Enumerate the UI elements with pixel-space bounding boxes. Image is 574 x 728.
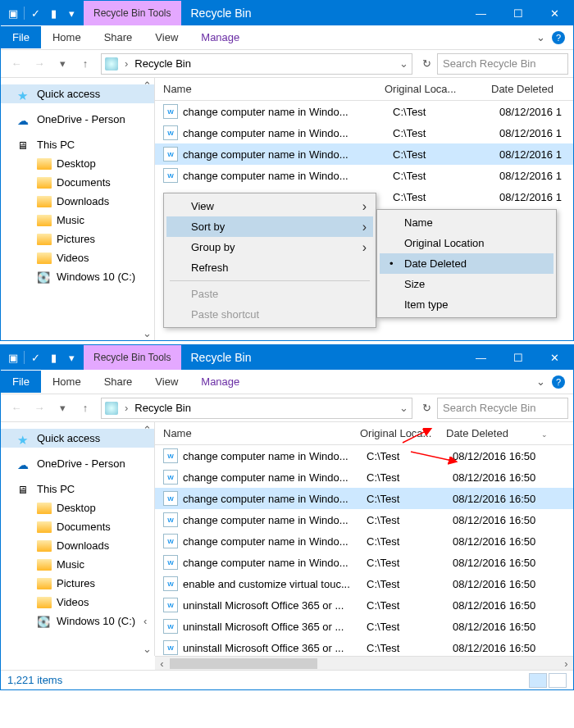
breadcrumb-item[interactable]: Recycle Bin — [134, 402, 191, 414]
ribbon-expand[interactable]: ⌄ ? — [528, 375, 573, 389]
tab-home[interactable]: Home — [41, 26, 93, 48]
help-icon[interactable]: ? — [552, 375, 565, 389]
horizontal-scrollbar[interactable]: ‹ › — [155, 656, 573, 670]
qat-item-icon[interactable]: ▮ — [46, 350, 61, 365]
column-name[interactable]: Name — [155, 427, 360, 439]
context-menu[interactable]: View Sort by Group by Refresh Paste Past… — [163, 193, 376, 328]
navigation-pane[interactable]: ⌃ Quick access OneDrive - Person This PC… — [1, 78, 155, 340]
file-row[interactable]: uninstall Microsoft Office 365 or ...C:\… — [155, 616, 573, 637]
sort-size[interactable]: Size — [380, 274, 554, 294]
scroll-left-icon[interactable]: ‹ — [155, 657, 169, 671]
up-button[interactable]: ↑ — [75, 398, 96, 419]
recent-dropdown[interactable]: ▾ — [52, 398, 73, 419]
sidebar-item-onedrive[interactable]: OneDrive - Person — [1, 454, 154, 473]
nav-scroll-up-icon[interactable]: ⌃ — [141, 80, 153, 91]
file-row[interactable]: change computer name in Windo...C:\Test0… — [155, 552, 573, 573]
recent-dropdown[interactable]: ▾ — [52, 53, 73, 75]
sidebar-item-onedrive[interactable]: OneDrive - Person — [1, 110, 154, 129]
sidebar-item-documents[interactable]: Documents — [1, 517, 154, 536]
minimize-button[interactable]: — — [462, 345, 499, 370]
tab-share[interactable]: Share — [93, 371, 144, 393]
forward-button[interactable]: → — [29, 398, 50, 419]
nav-scroll-up-icon[interactable]: ⌃ — [141, 424, 153, 435]
titlebar[interactable]: ▣ ✓ ▮ ▾ Recycle Bin Tools Recycle Bin — … — [1, 1, 573, 25]
sort-original-location[interactable]: Original Location — [380, 233, 554, 253]
breadcrumb-item[interactable]: Recycle Bin — [134, 57, 191, 70]
sidebar-item-quick-access[interactable]: Quick access — [1, 84, 154, 103]
sidebar-item-downloads[interactable]: Downloads — [1, 192, 154, 211]
tab-file[interactable]: File — [1, 26, 41, 48]
navigation-pane[interactable]: ⌃ Quick access OneDrive - Person This PC… — [1, 422, 155, 656]
column-date-deleted[interactable]: Date Deleted⌄ — [446, 427, 573, 439]
sidebar-item-c-drive[interactable]: Windows 10 (C:) — [1, 267, 154, 286]
tab-share[interactable]: Share — [93, 26, 144, 48]
sort-submenu[interactable]: Name Original Location Date Deleted Size… — [376, 209, 557, 318]
sidebar-item-videos[interactable]: Videos — [1, 593, 154, 612]
back-button[interactable]: ← — [6, 53, 27, 75]
sidebar-item-documents[interactable]: Documents — [1, 173, 154, 192]
help-icon[interactable]: ? — [552, 31, 565, 44]
sidebar-item-quick-access[interactable]: Quick access — [1, 429, 154, 448]
qat-dropdown-icon[interactable]: ▾ — [64, 350, 79, 365]
sidebar-item-videos[interactable]: Videos — [1, 248, 154, 267]
sort-name[interactable]: Name — [380, 212, 554, 233]
scroll-right-icon[interactable]: › — [559, 657, 573, 671]
close-button[interactable]: ✕ — [536, 345, 573, 370]
menu-view[interactable]: View — [166, 196, 373, 216]
column-date-deleted[interactable]: Date Deleted — [491, 83, 573, 95]
sidebar-item-downloads[interactable]: Downloads — [1, 536, 154, 555]
sidebar-item-music[interactable]: Music — [1, 211, 154, 230]
column-name[interactable]: Name — [155, 83, 385, 95]
large-icons-view-button[interactable] — [549, 673, 567, 688]
chevron-right-icon[interactable]: › — [121, 57, 131, 70]
file-row[interactable]: enable and customize virtual touc...C:\T… — [155, 573, 573, 594]
tab-view[interactable]: View — [144, 371, 189, 393]
breadcrumb[interactable]: › Recycle Bin ⌄ — [101, 53, 412, 75]
file-row[interactable]: change computer name in Windo...C:\Test0… — [155, 143, 573, 165]
sidebar-item-desktop[interactable]: Desktop — [1, 154, 154, 173]
tab-home[interactable]: Home — [41, 371, 93, 393]
up-button[interactable]: ↑ — [75, 53, 96, 75]
sidebar-item-pictures[interactable]: Pictures — [1, 574, 154, 593]
file-row[interactable]: change computer name in Windo...C:\Test0… — [155, 530, 573, 552]
refresh-button[interactable]: ↻ — [417, 399, 435, 417]
close-button[interactable]: ✕ — [536, 1, 573, 25]
details-view-button[interactable] — [529, 673, 547, 688]
file-row[interactable]: change computer name in Windo...C:\Test0… — [155, 445, 573, 466]
menu-group-by[interactable]: Group by — [166, 237, 373, 257]
file-list[interactable]: Name Original Loca... Date Deleted⌄ chan… — [155, 422, 573, 656]
column-original-location[interactable]: Original Loca... — [360, 427, 446, 439]
forward-button[interactable]: → — [29, 53, 50, 75]
sidebar-item-this-pc[interactable]: This PC — [1, 480, 154, 498]
tab-manage[interactable]: Manage — [189, 26, 251, 48]
sidebar-item-this-pc[interactable]: This PC — [1, 135, 154, 154]
ribbon-expand[interactable]: ⌄ ? — [528, 31, 573, 44]
tab-file[interactable]: File — [1, 371, 41, 393]
file-row[interactable]: change computer name in Windo...C:\Test0… — [155, 509, 573, 530]
sidebar-item-desktop[interactable]: Desktop — [1, 498, 154, 517]
refresh-button[interactable]: ↻ — [417, 55, 435, 73]
minimize-button[interactable]: — — [462, 1, 499, 25]
qat-dropdown-icon[interactable]: ▾ — [64, 6, 79, 20]
nav-scroll-down-icon[interactable]: ⌄ — [141, 643, 153, 654]
scroll-thumb[interactable] — [170, 658, 317, 669]
sort-date-deleted[interactable]: Date Deleted — [380, 253, 554, 274]
properties-icon[interactable]: ✓ — [28, 6, 43, 20]
tab-manage[interactable]: Manage — [189, 371, 251, 393]
sidebar-item-pictures[interactable]: Pictures — [1, 230, 154, 248]
file-row[interactable]: change computer name in Windo...C:\Test0… — [155, 165, 573, 186]
nav-scroll-down-icon[interactable]: ⌄ — [141, 327, 153, 339]
breadcrumb[interactable]: › Recycle Bin ⌄ — [101, 398, 412, 419]
search-input[interactable]: Search Recycle Bin — [437, 398, 568, 419]
file-row[interactable]: change computer name in Windo...C:\Test0… — [155, 488, 573, 509]
sidebar-item-music[interactable]: Music — [1, 555, 154, 574]
properties-icon[interactable]: ✓ — [28, 350, 43, 365]
breadcrumb-dropdown-icon[interactable]: ⌄ — [399, 57, 408, 70]
tab-view[interactable]: View — [144, 26, 189, 48]
qat-item-icon[interactable]: ▮ — [46, 6, 61, 20]
back-button[interactable]: ← — [6, 398, 27, 419]
menu-sort-by[interactable]: Sort by — [166, 216, 373, 237]
maximize-button[interactable]: ☐ — [499, 1, 536, 25]
file-list[interactable]: Name Original Loca... Date Deleted chang… — [155, 78, 573, 340]
sort-item-type[interactable]: Item type — [380, 294, 554, 315]
